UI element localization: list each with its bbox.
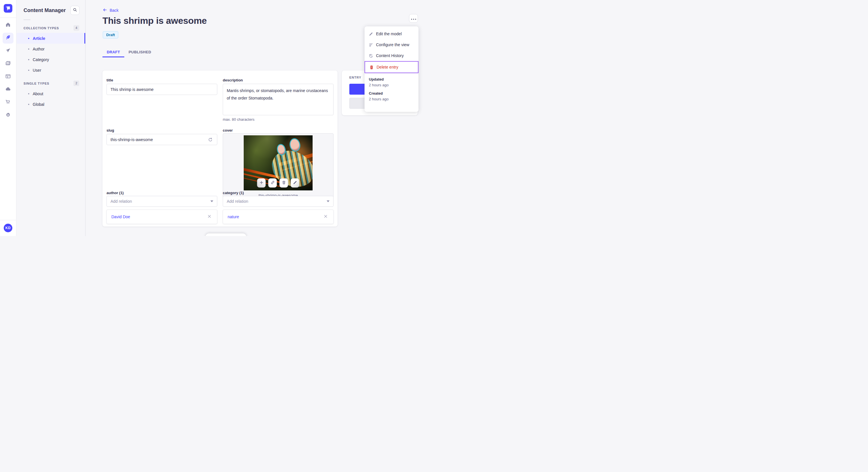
close-icon xyxy=(324,214,328,220)
bullet-dot xyxy=(28,38,29,39)
main-nav-rail: KD xyxy=(0,0,17,236)
author-field-label: author (1) xyxy=(106,191,124,195)
bullet-dot xyxy=(28,59,29,60)
bottom-floating-bar[interactable] xyxy=(206,233,246,236)
sidebar-item-global[interactable]: Global xyxy=(17,99,85,109)
content-feather-icon xyxy=(5,35,11,42)
home-icon xyxy=(5,22,11,29)
menu-item-content-history[interactable]: Content History xyxy=(365,50,418,61)
sidebar-item-label: Category xyxy=(33,57,49,62)
delete-media-button[interactable] xyxy=(280,178,288,188)
sidebar-item-label: Author xyxy=(33,47,44,51)
sidebar-item-author[interactable]: Author xyxy=(17,43,85,54)
cover-image[interactable] xyxy=(244,135,313,191)
description-field-label: description xyxy=(223,78,243,82)
strapi-logo xyxy=(4,4,12,14)
layout-icon xyxy=(5,73,11,80)
sidebar-item-article[interactable]: Article xyxy=(17,33,85,43)
trash-icon xyxy=(282,180,286,186)
edit-media-button[interactable] xyxy=(291,178,299,188)
avatar[interactable]: KD xyxy=(4,224,12,232)
app-screen: KD Content Manager COLLECTION TYPES 4 Ar… xyxy=(0,0,434,236)
sidebar-item-content-manager[interactable] xyxy=(3,33,13,43)
content-manager-subnav: Content Manager COLLECTION TYPES 4 Artic… xyxy=(17,0,86,236)
regenerate-slug-icon[interactable] xyxy=(207,136,213,143)
arrow-left-icon xyxy=(103,8,107,13)
sidebar-item-deploy[interactable] xyxy=(3,84,13,95)
author-add-relation-combobox[interactable]: Add relation xyxy=(106,196,217,207)
chevron-down-icon xyxy=(327,200,330,202)
section-label: SINGLE TYPES xyxy=(24,82,50,85)
cover-image-detail xyxy=(267,144,313,191)
entry-form-card: title This shrimp is awesome description… xyxy=(102,71,338,227)
history-clock-icon xyxy=(369,54,373,58)
remove-category-relation-button[interactable] xyxy=(322,214,329,220)
slug-field-label: slug xyxy=(106,128,114,133)
description-textarea[interactable]: Mantis shrimps, or stomatopods, are mari… xyxy=(223,84,334,115)
slug-input-value: this-shrimp-is-awesome xyxy=(111,137,153,142)
sidebar-item-content-type-builder[interactable] xyxy=(3,71,13,82)
more-options-button[interactable] xyxy=(409,14,418,23)
cover-actions-toolbar xyxy=(257,178,299,188)
copy-link-button[interactable] xyxy=(268,178,277,188)
close-icon xyxy=(208,214,211,220)
category-add-relation-combobox[interactable]: Add relation xyxy=(223,196,334,207)
updated-label: Updated xyxy=(369,77,414,81)
menu-item-edit-model[interactable]: Edit the model xyxy=(365,28,418,39)
menu-item-label: Delete entry xyxy=(377,65,398,69)
sidebar-item-marketplace[interactable] xyxy=(3,97,13,108)
configure-list-icon xyxy=(369,43,373,47)
sidebar-item-label: Article xyxy=(33,36,45,41)
created-value: 2 hours ago xyxy=(369,97,414,101)
sidebar-item-releases[interactable] xyxy=(3,45,13,57)
sidebar-item-user[interactable]: User xyxy=(17,65,85,75)
trash-icon xyxy=(369,65,374,69)
sidebar-item-about[interactable]: About xyxy=(17,88,85,99)
bullet-dot xyxy=(28,104,29,105)
menu-list: Edit the model Configure the view Conten… xyxy=(365,26,418,73)
nav-bottom: KD xyxy=(0,220,16,236)
sidebar-item-home[interactable] xyxy=(3,20,13,31)
category-field-label: category (1) xyxy=(223,191,244,195)
version-tabs: DRAFT PUBLISHED xyxy=(102,47,156,57)
tab-published[interactable]: PUBLISHED xyxy=(124,47,156,57)
sidebar-item-label: Global xyxy=(33,102,44,107)
author-relation-link[interactable]: David Doe xyxy=(112,214,130,219)
menu-item-label: Configure the view xyxy=(376,42,409,47)
sidebar-item-settings[interactable] xyxy=(3,110,13,121)
tab-draft[interactable]: DRAFT xyxy=(102,47,124,57)
collection-types-section: COLLECTION TYPES 4 Article Author Catego… xyxy=(17,23,85,75)
menu-meta-section: Updated 2 hours ago Created 2 hours ago xyxy=(365,73,418,101)
bullet-dot xyxy=(28,70,29,71)
description-hint: max. 80 characters xyxy=(223,117,255,122)
workspace-logo-cell[interactable] xyxy=(0,0,16,18)
menu-item-label: Edit the model xyxy=(376,32,402,36)
updated-value: 2 hours ago xyxy=(369,83,414,87)
title-input[interactable]: This shrimp is awesome xyxy=(106,84,217,95)
back-link[interactable]: Back xyxy=(103,8,119,13)
cover-image-detail xyxy=(276,143,287,156)
active-indicator-bar xyxy=(84,33,85,43)
pencil-icon xyxy=(293,180,297,186)
sidebar-item-category[interactable]: Category xyxy=(17,54,85,65)
media-images-icon xyxy=(5,61,11,67)
menu-item-label: Content History xyxy=(376,53,404,58)
remove-author-relation-button[interactable] xyxy=(206,214,212,220)
category-relation-link[interactable]: nature xyxy=(228,214,239,219)
ellipsis-icon xyxy=(411,16,416,21)
sidebar-item-label: About xyxy=(33,92,43,96)
single-types-section: SINGLE TYPES 2 About Global xyxy=(17,78,85,109)
slug-input[interactable]: this-shrimp-is-awesome xyxy=(106,134,217,145)
plus-icon xyxy=(259,180,264,186)
sidebar-item-media-library[interactable] xyxy=(3,59,13,69)
nav-items xyxy=(3,20,13,121)
add-media-button[interactable] xyxy=(257,178,266,188)
menu-item-delete-entry[interactable]: Delete entry xyxy=(365,61,418,73)
back-label: Back xyxy=(110,8,119,12)
cover-image-detail xyxy=(288,137,302,153)
status-badge: Draft xyxy=(103,31,118,38)
menu-item-configure-view[interactable]: Configure the view xyxy=(365,39,418,50)
search-button[interactable] xyxy=(70,6,80,15)
main-content: Back This shrimp is awesome Draft DRAFT … xyxy=(86,0,434,236)
cover-image-detail xyxy=(279,153,313,166)
